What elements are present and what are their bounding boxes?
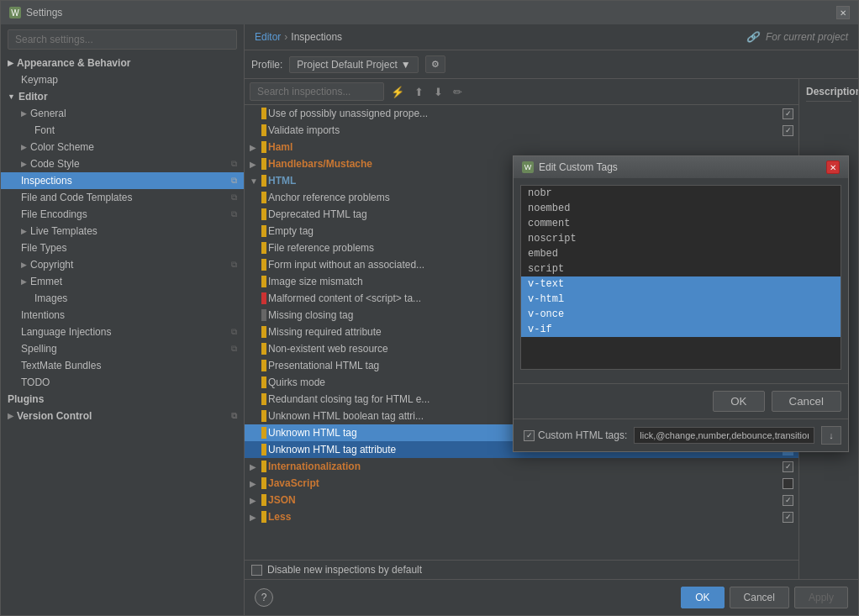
item-checkbox[interactable] [783,478,793,489]
tag-item[interactable]: noembed [521,201,841,216]
severity-indicator [261,376,266,388]
modal-cancel-button[interactable]: Cancel [772,391,842,412]
sidebar-item-intentions[interactable]: Intentions [1,307,244,324]
description-title: Description [806,86,851,102]
for-current-project-text: For current project [766,31,848,43]
chevron-icon: ▶ [21,160,27,168]
severity-indicator [261,242,266,254]
title-bar: W Settings ✕ [1,1,858,24]
help-button[interactable]: ? [255,588,273,607]
list-item-group[interactable]: ▶ Less [245,508,798,525]
severity-indicator [261,208,266,220]
list-item-group[interactable]: ▶ JavaScript [245,475,798,492]
close-button[interactable]: ✕ [836,6,850,19]
tag-item[interactable]: noscript [521,231,841,246]
modal-close-button[interactable]: ✕ [826,161,840,174]
apply-button[interactable]: Apply [794,587,848,608]
list-item[interactable]: Validate imports [245,122,798,139]
sidebar-item-file-types[interactable]: File Types [1,240,244,256]
sidebar-item-emmet[interactable]: ▶ Emmet [1,273,244,290]
tag-item-selected[interactable]: v-once [521,307,841,322]
sidebar-item-language-injections[interactable]: Language Injections ⧉ [1,324,244,340]
sidebar-item-spelling[interactable]: Spelling ⧉ [1,340,244,357]
sidebar-item-file-code-templates[interactable]: File and Code Templates ⧉ [1,189,244,206]
sidebar-item-general[interactable]: ▶ General [1,105,244,122]
list-item-group[interactable]: ▶ Haml [245,139,798,155]
expand-icon[interactable]: ▶ [250,143,261,152]
tag-item[interactable]: nobr [521,186,841,201]
severity-indicator [261,259,266,271]
expand-icon[interactable]: ▶ [250,513,261,522]
sidebar-item-font[interactable]: Font [1,122,244,139]
title-bar-controls: ✕ [836,6,850,19]
settings-window: W Settings ✕ ▶ Appearance & Behavior Key… [0,0,859,616]
breadcrumb-inspections: Inspections [291,31,342,43]
expand-icon[interactable]: ▶ [250,479,261,488]
modal-title-bar: W Edit Custom Tags ✕ [514,156,848,178]
custom-tags-input[interactable] [634,427,814,444]
group-label: Less [268,510,779,524]
custom-tags-checkbox[interactable] [524,430,535,441]
sidebar-item-textmate-bundles[interactable]: TextMate Bundles [1,357,244,374]
sidebar-label: File Encodings [21,208,87,220]
tag-item[interactable]: script [521,261,841,276]
item-checkbox[interactable] [783,125,793,136]
filter-button[interactable]: ⚡ [387,84,408,100]
edit-button[interactable]: ✏ [450,84,466,100]
profile-label: Profile: [251,59,282,71]
sidebar-item-color-scheme[interactable]: ▶ Color Scheme [1,139,244,155]
expand-icon[interactable]: ▶ [250,496,261,505]
expand-icon[interactable]: ▼ [250,176,261,186]
profile-dropdown[interactable]: Project Default Project ▼ [289,56,418,73]
sidebar-item-code-style[interactable]: ▶ Code Style ⧉ [1,155,244,172]
chevron-icon: ▶ [21,277,27,286]
tag-item[interactable]: embed [521,246,841,261]
sidebar-label: Emmet [30,276,62,287]
sidebar-label: Language Injections [21,326,111,338]
tag-item-selected[interactable]: v-html [521,292,841,307]
profile-settings-button[interactable]: ⚙ [425,55,445,73]
expand-icon[interactable]: ▶ [250,462,261,471]
sidebar-label: Plugins [8,393,44,405]
item-checkbox[interactable] [783,108,793,119]
disable-checkbox-container[interactable]: Disable new inspections by default [251,564,422,576]
breadcrumb-editor[interactable]: Editor [255,31,281,43]
sidebar-search-input[interactable] [8,29,237,50]
disable-checkbox[interactable] [251,565,262,576]
modal-ok-button[interactable]: OK [713,391,764,412]
list-item-group[interactable]: ▶ Internationalization [245,458,798,475]
sidebar-item-appearance[interactable]: ▶ Appearance & Behavior [1,55,244,71]
custom-tags-add-button[interactable]: ↓ [821,426,841,445]
sidebar-item-file-encodings[interactable]: File Encodings ⧉ [1,206,244,223]
cancel-button[interactable]: Cancel [730,587,789,608]
ok-button[interactable]: OK [681,587,724,608]
tag-item-selected[interactable]: v-text [521,276,841,292]
sidebar-item-live-templates[interactable]: ▶ Live Templates [1,223,244,240]
sidebar-item-images[interactable]: Images [1,290,244,307]
copy-icon: ⧉ [231,411,237,421]
severity-indicator [261,393,266,405]
sidebar-label: Code Style [30,158,80,170]
item-checkbox[interactable] [783,495,793,506]
sidebar-label: Editor [18,91,48,103]
sidebar-item-todo[interactable]: TODO [1,374,244,391]
item-checkbox[interactable] [783,461,793,472]
inspection-search-input[interactable] [250,82,384,101]
bottom-bar: Disable new inspections by default [245,560,798,579]
expand-icon[interactable]: ▶ [250,160,261,169]
list-toolbar: ⚡ ⬆ ⬇ ✏ [245,79,798,105]
expand-button[interactable]: ⬆ [411,84,427,100]
sidebar-item-inspections[interactable]: Inspections ⧉ [1,172,244,189]
collapse-button[interactable]: ⬇ [430,84,446,100]
sidebar-item-plugins[interactable]: Plugins [1,391,244,408]
tag-item[interactable]: comment [521,216,841,231]
list-item-group[interactable]: ▶ JSON [245,492,798,508]
tag-item-selected[interactable]: v-if [521,322,841,337]
sidebar-item-editor[interactable]: ▼ Editor [1,88,244,105]
sidebar-item-keymap[interactable]: Keymap [1,71,244,88]
sidebar-item-version-control[interactable]: ▶ Version Control ⧉ [1,408,244,424]
list-item[interactable]: Use of possibly unassigned prope... [245,105,798,122]
item-checkbox[interactable] [783,512,793,523]
for-current-project-label: 🔗 [746,31,759,43]
sidebar-item-copyright[interactable]: ▶ Copyright ⧉ [1,256,244,273]
